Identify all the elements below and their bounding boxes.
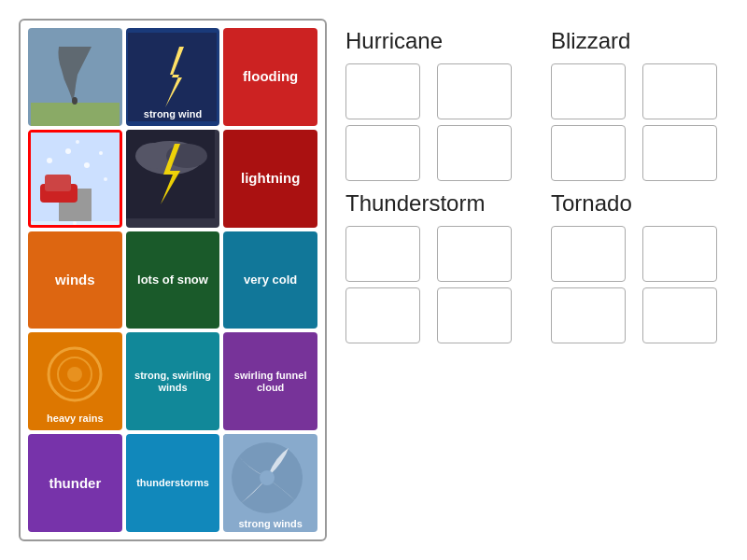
heavy-rain-label — [73, 221, 77, 225]
tornado-title: Tornado — [551, 190, 728, 217]
swirling-funnel-label: swirling funnel cloud — [227, 368, 314, 396]
svg-rect-8 — [45, 175, 71, 191]
blizzard-drop-3[interactable] — [551, 125, 626, 181]
thunderstorm-drop-4[interactable] — [437, 287, 512, 343]
blizzard-category: Blizzard — [551, 28, 728, 181]
svg-point-11 — [84, 162, 90, 168]
winds-label: winds — [53, 270, 97, 290]
heavy-rain-image-tile[interactable] — [28, 130, 122, 228]
lightning-label-tile[interactable]: lightning — [223, 130, 317, 228]
hurricane-title: Hurricane — [345, 28, 523, 54]
tornado-drop-3[interactable] — [551, 287, 626, 343]
svg-point-26 — [260, 470, 275, 485]
tornado-category: Tornado — [551, 190, 728, 343]
hurricane-drop-grid — [345, 63, 523, 181]
strong-swirling-tile[interactable]: strong, swirling winds — [126, 332, 220, 430]
thunderstorm-drop-grid — [345, 226, 523, 343]
svg-point-14 — [104, 177, 107, 181]
lots-of-snow-label: lots of snow — [135, 271, 210, 289]
winds-tile[interactable]: winds — [28, 231, 122, 329]
tornado-drop-2[interactable] — [642, 226, 717, 282]
top-categories: Hurricane Blizzard — [345, 28, 728, 181]
hurricane-category: Hurricane — [345, 28, 523, 181]
svg-point-12 — [99, 151, 103, 155]
swirling-funnel-tile[interactable]: swirling funnel cloud — [223, 332, 317, 430]
flooding-label: flooding — [241, 66, 300, 87]
blizzard-drop-1[interactable] — [551, 63, 626, 119]
lightning-image-tile[interactable] — [126, 130, 220, 228]
tornado-drop-4[interactable] — [642, 287, 717, 343]
blizzard-drop-grid — [551, 63, 728, 181]
lightning-label: lightning — [239, 168, 302, 189]
thunder-tile[interactable]: thunder — [28, 434, 122, 532]
svg-point-13 — [76, 140, 79, 144]
tornado-image-tile[interactable] — [28, 28, 122, 126]
strong-winds-label: strong winds — [236, 516, 303, 532]
thunderstorm-category: Thunderstorm — [345, 190, 523, 343]
drop-zones-panel: Hurricane Blizzard Thunderstorm — [345, 19, 728, 541]
tornado-drop-grid — [551, 226, 728, 343]
strong-wind-tile[interactable]: strong wind — [126, 28, 220, 126]
lots-of-snow-tile[interactable]: lots of snow — [126, 231, 220, 329]
hurricane-drop-2[interactable] — [437, 63, 512, 119]
strong-winds-image-tile[interactable]: strong winds — [223, 434, 317, 532]
thunderstorm-drop-3[interactable] — [345, 287, 420, 343]
hurricane-drop-1[interactable] — [345, 63, 420, 119]
svg-point-23 — [67, 367, 82, 382]
svg-point-2 — [72, 97, 78, 105]
blizzard-drop-2[interactable] — [642, 63, 717, 119]
very-cold-tile[interactable]: very cold — [223, 231, 317, 329]
thunderstorm-title: Thunderstorm — [345, 190, 523, 217]
thunderstorm-drop-2[interactable] — [437, 226, 512, 282]
thunderstorm-drop-1[interactable] — [345, 226, 420, 282]
flooding-tile[interactable]: flooding — [223, 28, 317, 126]
heavy-rains-label: heavy rains — [45, 411, 106, 427]
svg-point-10 — [65, 148, 71, 154]
thunderstorms-label: thunderstorms — [134, 475, 211, 491]
hurricane-drop-4[interactable] — [437, 125, 512, 181]
bottom-categories: Thunderstorm Tornado — [345, 190, 728, 343]
tornado-drop-1[interactable] — [551, 226, 626, 282]
thunderstorms-tile[interactable]: thunderstorms — [126, 434, 220, 532]
strong-wind-label: strong wind — [142, 106, 204, 122]
strong-swirling-label: strong, swirling winds — [130, 368, 217, 396]
blizzard-drop-4[interactable] — [642, 125, 717, 181]
very-cold-label: very cold — [242, 271, 299, 289]
heavy-rains-tile[interactable]: heavy rains — [28, 332, 122, 430]
blizzard-title: Blizzard — [551, 28, 728, 54]
svg-point-9 — [47, 158, 52, 163]
hurricane-drop-3[interactable] — [345, 125, 420, 181]
drag-items-panel: strong wind flooding — [19, 19, 327, 541]
svg-rect-1 — [31, 103, 120, 126]
thunder-label: thunder — [47, 473, 103, 494]
